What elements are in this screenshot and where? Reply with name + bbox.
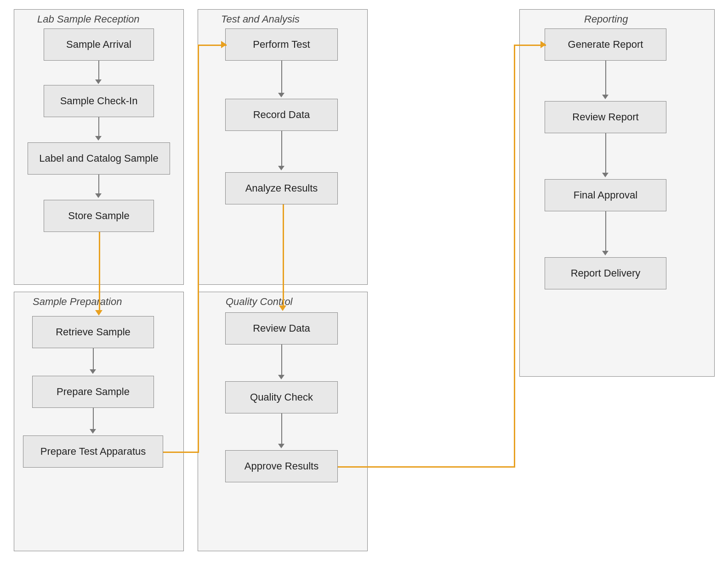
- box-analyze-results: Analyze Results: [225, 172, 338, 204]
- box-review-data: Review Data: [225, 312, 338, 345]
- diagram-container: Lab Sample Reception Sample Preparation …: [0, 0, 728, 565]
- box-report-delivery: Report Delivery: [545, 257, 666, 289]
- box-quality-check: Quality Check: [225, 381, 338, 413]
- box-retrieve-sample: Retrieve Sample: [32, 316, 154, 348]
- box-final-approval: Final Approval: [545, 179, 666, 211]
- box-review-report: Review Report: [545, 101, 666, 133]
- box-record-data: Record Data: [225, 99, 338, 131]
- swimlane-reporting-title: Reporting: [584, 13, 628, 25]
- box-store-sample: Store Sample: [44, 200, 154, 232]
- swimlane-sample-preparation-title: Sample Preparation: [33, 296, 122, 308]
- box-prepare-sample: Prepare Sample: [32, 376, 154, 408]
- swimlane-lab-reception-title: Lab Sample Reception: [37, 13, 140, 25]
- box-perform-test: Perform Test: [225, 28, 338, 61]
- box-approve-results: Approve Results: [225, 450, 338, 482]
- box-prepare-apparatus: Prepare Test Apparatus: [23, 435, 163, 468]
- box-sample-checkin: Sample Check-In: [44, 85, 154, 117]
- box-label-catalog: Label and Catalog Sample: [28, 142, 170, 175]
- box-sample-arrival: Sample Arrival: [44, 28, 154, 61]
- box-generate-report: Generate Report: [545, 28, 666, 61]
- swimlane-test-analysis-title: Test and Analysis: [221, 13, 300, 25]
